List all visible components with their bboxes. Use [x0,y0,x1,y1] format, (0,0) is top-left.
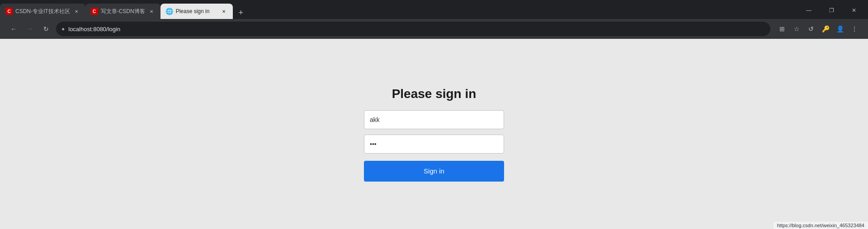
close-button[interactable]: ✕ [844,4,864,17]
address-input-wrap[interactable]: ● localhost:8080/login [56,22,770,36]
window-controls: — ❐ ✕ [798,4,868,19]
back-button[interactable]: ← [7,23,20,35]
address-bar: ← → ↻ ● localhost:8080/login ⊞ ☆ ↺ 🔑 👤 ⋮ [0,19,868,39]
page-title: Please sign in [392,87,476,101]
status-bar: https://blog.csdn.net/weixin_465323484 [774,222,868,229]
new-tab-button[interactable]: + [235,6,247,19]
minimize-button[interactable]: — [798,4,819,17]
tab-csdn-community[interactable]: C CSDN-专业IT技术社区 ✕ [0,4,85,19]
tab-label-csdn-community: CSDN-专业IT技术社区 [15,8,70,15]
username-input[interactable] [364,110,504,129]
tab-favicon-csdn-write: C [91,8,98,15]
tab-close-csdn-community[interactable]: ✕ [73,8,80,15]
toolbar-icons: ⊞ ☆ ↺ 🔑 👤 ⋮ [776,23,861,35]
lock-icon: ● [61,26,65,32]
key-icon-button[interactable]: 🔑 [819,23,832,35]
maximize-button[interactable]: ❐ [821,4,842,17]
page-content: Please sign in Sign in [0,39,868,229]
tab-label-csdn-write: 写文章-CSDN博客 [101,8,145,15]
tab-close-csdn-write[interactable]: ✕ [148,8,155,15]
profile-icon-button[interactable]: 👤 [834,23,846,35]
refresh-icon-button[interactable]: ↺ [805,23,817,35]
signin-button[interactable]: Sign in [364,161,504,182]
translate-icon-button[interactable]: ⊞ [776,23,788,35]
bookmark-icon-button[interactable]: ☆ [790,23,803,35]
password-input[interactable] [364,135,504,154]
tab-bar: C CSDN-专业IT技术社区 ✕ C 写文章-CSDN博客 ✕ 🌐 Pleas… [0,0,868,19]
tab-sign-in[interactable]: 🌐 Please sign in ✕ [160,4,233,19]
tab-label-sign-in: Please sign in [176,8,217,14]
login-container: Please sign in Sign in [364,87,504,182]
tab-close-sign-in[interactable]: ✕ [220,8,227,15]
browser-window: C CSDN-专业IT技术社区 ✕ C 写文章-CSDN博客 ✕ 🌐 Pleas… [0,0,868,229]
address-text: localhost:8080/login [68,26,765,33]
tab-favicon-sign-in: 🌐 [166,8,173,15]
forward-button[interactable]: → [24,23,36,35]
browser-chrome: C CSDN-专业IT技术社区 ✕ C 写文章-CSDN博客 ✕ 🌐 Pleas… [0,0,868,39]
menu-icon-button[interactable]: ⋮ [848,23,861,35]
status-url: https://blog.csdn.net/weixin_465323484 [777,223,864,228]
tab-csdn-write[interactable]: C 写文章-CSDN博客 ✕ [85,4,160,19]
reload-button[interactable]: ↻ [40,23,52,35]
tab-favicon-csdn-community: C [5,8,13,15]
login-form: Sign in [364,110,504,182]
